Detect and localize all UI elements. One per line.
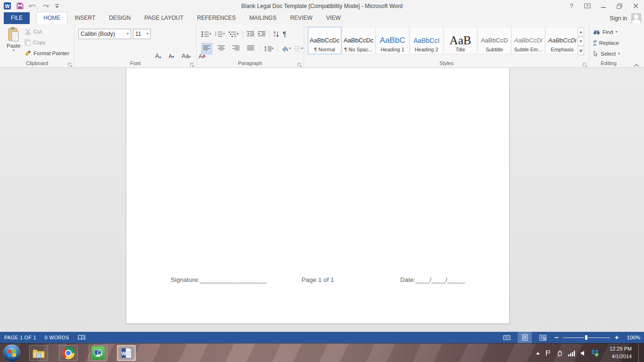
action-center-flag-icon[interactable] <box>545 350 551 356</box>
zoom-in-button[interactable]: + <box>614 334 619 341</box>
styles-more-icon[interactable] <box>578 46 584 55</box>
page-number-text[interactable]: Page 1 of 1 <box>301 276 334 283</box>
align-right-button[interactable] <box>231 43 241 54</box>
font-size-combobox[interactable]: 11 ▾ <box>133 29 151 39</box>
help-icon[interactable]: ? <box>565 1 578 11</box>
grow-font-glyph: A <box>155 52 159 59</box>
tab-insert[interactable]: INSERT <box>68 12 102 24</box>
dropbox-icon[interactable] <box>591 349 599 357</box>
decrease-indent-button[interactable] <box>247 31 254 37</box>
increase-indent-button[interactable] <box>258 31 265 37</box>
align-center-button[interactable] <box>216 43 227 54</box>
sort-button[interactable]: AZ <box>273 31 279 37</box>
style-heading2[interactable]: AaBbCcI Heading 2 <box>410 27 443 54</box>
font-group-label: Font <box>74 60 196 66</box>
cut-label: Cut <box>33 29 42 34</box>
taskbar-screen-capture-icon[interactable] <box>89 345 107 361</box>
find-button[interactable]: Find ▾ <box>593 28 628 36</box>
numbering-button[interactable]: 12▾ <box>215 31 225 37</box>
word-count-status[interactable]: 0 WORDS <box>45 335 69 340</box>
taskbar-clock[interactable]: 12:29 PM 4/1/2014 <box>610 345 632 360</box>
justify-button[interactable] <box>245 43 256 54</box>
signature-line[interactable]: Signature:___________________ <box>171 276 267 283</box>
tab-references[interactable]: REFERENCES <box>190 12 242 24</box>
zoom-slider[interactable] <box>563 332 610 343</box>
tab-mailings[interactable]: MAILINGS <box>243 12 283 24</box>
save-icon[interactable] <box>17 2 24 9</box>
font-name-combobox[interactable]: Calibri (Body) ▾ <box>78 29 131 39</box>
style-no-spacing[interactable]: AaBbCcDc ¶ No Spac... <box>342 27 375 54</box>
borders-button[interactable]: ▾ <box>295 46 303 52</box>
document-page[interactable]: Signature:___________________ Page 1 of … <box>126 68 510 324</box>
style-heading1[interactable]: AaBbC Heading 1 <box>376 27 409 54</box>
taskbar-file-explorer-icon[interactable] <box>29 345 48 361</box>
network-signal-icon[interactable] <box>568 350 575 356</box>
word-logo-icon[interactable]: W <box>4 2 12 10</box>
cut-button[interactable]: Cut <box>25 28 69 35</box>
customize-quick-access-icon[interactable] <box>55 4 59 8</box>
ribbon-display-options-icon[interactable] <box>581 1 594 11</box>
redo-icon[interactable] <box>42 3 50 9</box>
replace-button[interactable]: abac Replace <box>593 39 628 47</box>
paste-button[interactable]: Paste ▾ <box>4 27 24 61</box>
taskbar-chrome-icon[interactable] <box>59 345 78 361</box>
style-subtitle[interactable]: AaBbCcD Subtitle <box>478 27 511 54</box>
shrink-font-button[interactable]: A▾ <box>167 53 175 59</box>
date-line[interactable]: Date:____/____/_____ <box>400 276 465 283</box>
font-dialog-launcher[interactable] <box>190 61 195 66</box>
zoom-out-button[interactable]: − <box>553 334 559 341</box>
multilevel-list-button[interactable]: ▾ <box>229 31 239 37</box>
sign-in-label[interactable]: Sign in <box>610 15 627 22</box>
sign-in-area[interactable]: Sign in <box>610 13 641 23</box>
shading-button[interactable]: ▾ <box>281 46 291 52</box>
change-case-button[interactable]: Aa▾ <box>180 52 192 59</box>
user-avatar[interactable] <box>631 13 641 23</box>
web-layout-view-icon[interactable] <box>536 332 550 343</box>
print-layout-view-icon[interactable] <box>518 332 532 343</box>
styles-dialog-launcher[interactable] <box>583 61 587 66</box>
proofing-status-icon[interactable] <box>78 334 85 341</box>
format-painter-button[interactable]: Format Painter <box>25 49 69 57</box>
collapse-ribbon-icon[interactable] <box>634 61 639 65</box>
styles-scroll-up-icon[interactable] <box>578 27 584 36</box>
select-button[interactable]: Select ▾ <box>593 49 628 58</box>
copy-button[interactable]: Copy <box>25 39 69 46</box>
start-button[interactable] <box>3 345 20 362</box>
shrink-font-glyph: A <box>169 53 172 59</box>
tab-view[interactable]: VIEW <box>320 12 347 24</box>
style-title[interactable]: AaB Title <box>444 27 477 54</box>
font-size-caret[interactable]: ▾ <box>147 32 149 36</box>
align-left-button[interactable] <box>201 43 212 54</box>
styles-scroll-down-icon[interactable] <box>578 37 584 46</box>
tab-file[interactable]: FILE <box>4 12 30 24</box>
page-count-status[interactable]: PAGE 1 OF 1 <box>4 335 36 340</box>
font-name-caret[interactable]: ▾ <box>127 32 129 36</box>
show-paragraph-marks-button[interactable]: ¶ <box>283 30 287 38</box>
power-plug-icon[interactable] <box>556 350 563 356</box>
style-emphasis[interactable]: AaBbCcDi Emphasis <box>545 27 579 54</box>
zoom-slider-thumb[interactable] <box>585 335 588 340</box>
grow-font-button[interactable]: A▴ <box>154 52 163 59</box>
volume-speaker-icon[interactable] <box>580 350 586 356</box>
zoom-percentage[interactable]: 100% <box>623 335 640 340</box>
undo-icon[interactable] <box>28 3 38 9</box>
read-mode-view-icon[interactable] <box>500 332 514 343</box>
style-subtle-emphasis[interactable]: AaBbCcDi Subtle Em... <box>512 27 545 54</box>
tab-home[interactable]: HOME <box>36 12 67 24</box>
hidden-icons-chevron[interactable] <box>536 352 540 355</box>
show-desktop-button[interactable] <box>638 344 644 362</box>
paragraph-dialog-launcher[interactable] <box>297 61 302 66</box>
line-spacing-button[interactable]: ▾ <box>264 46 273 52</box>
paste-dropdown-caret[interactable]: ▾ <box>13 49 15 52</box>
restore-icon[interactable] <box>613 1 626 11</box>
close-icon[interactable] <box>629 1 642 11</box>
bullets-button[interactable]: ▾ <box>201 31 211 37</box>
tab-review[interactable]: REVIEW <box>283 12 319 24</box>
tab-design[interactable]: DESIGN <box>102 12 137 24</box>
document-area[interactable]: Signature:___________________ Page 1 of … <box>0 68 644 332</box>
minimize-icon[interactable] <box>597 1 610 11</box>
clipboard-dialog-launcher[interactable] <box>68 61 73 66</box>
taskbar-word-icon[interactable]: W <box>117 345 136 361</box>
tab-page-layout[interactable]: PAGE LAYOUT <box>138 12 190 24</box>
style-normal[interactable]: AaBbCcDc ¶ Normal <box>308 27 341 54</box>
